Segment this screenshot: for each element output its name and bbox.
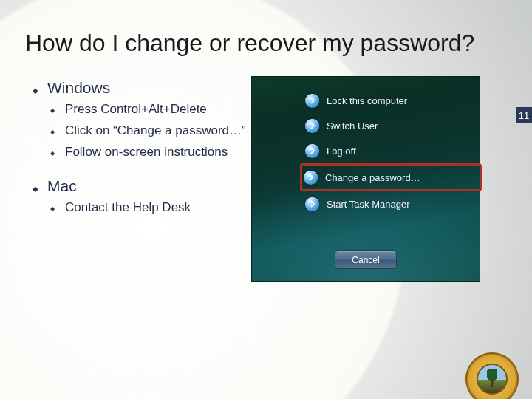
- windows-security-panel: Lock this computer Switch User Log off: [251, 76, 480, 282]
- mac-heading: Mac: [33, 177, 251, 195]
- win-menu-task-manager: Start Task Manager: [305, 194, 480, 214]
- seal-ring: [466, 352, 519, 399]
- windows-heading: Windows: [33, 79, 251, 97]
- content-row: Windows Press Control+Alt+Delete Click o…: [0, 73, 532, 282]
- arrow-icon: [305, 197, 319, 211]
- tree-icon: [487, 369, 497, 386]
- cancel-button: Cancel: [335, 250, 397, 269]
- win-menu-log-off: Log off: [305, 140, 480, 161]
- arrow-icon: [304, 171, 318, 185]
- win-menu-lock: Lock this computer: [305, 90, 480, 111]
- win-menu-label: Switch User: [327, 120, 378, 132]
- win-menu-switch-user: Switch User: [305, 115, 480, 136]
- arrow-icon: [305, 144, 319, 158]
- win-menu-label: Lock this computer: [327, 95, 407, 106]
- seal-scene: [477, 364, 508, 395]
- org-seal-logo: [466, 352, 519, 399]
- win-menu-label: Log off: [327, 146, 356, 157]
- screenshot-column: Lock this computer Switch User Log off: [251, 73, 532, 282]
- list-item: Follow on-screen instructions: [50, 144, 251, 161]
- list-item: Contact the Help Desk: [50, 200, 251, 216]
- slide: How do I change or recover my password? …: [0, 16, 532, 399]
- list-item: Click on “Change a password…”: [50, 123, 251, 140]
- text-column: Windows Press Control+Alt+Delete Click o…: [0, 73, 251, 282]
- win-menu-label: Change a password…: [325, 172, 420, 183]
- arrow-icon: [305, 94, 319, 108]
- list-item: Press Control+Alt+Delete: [50, 101, 251, 118]
- win-menu-label: Start Task Manager: [327, 199, 409, 210]
- arrow-icon: [305, 119, 319, 133]
- page-number-badge: 11: [516, 107, 532, 123]
- win-menu-change-password: Change a password…: [302, 166, 480, 189]
- page-title: How do I change or recover my password?: [0, 16, 532, 57]
